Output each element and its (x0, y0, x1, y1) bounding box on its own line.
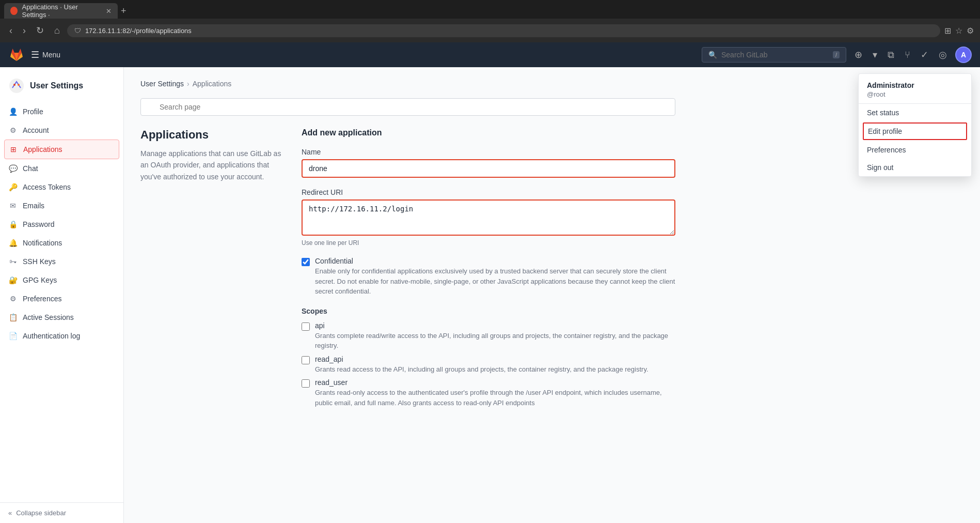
code-review-icon[interactable]: ⧉ (886, 48, 896, 63)
sidebar-item-access-tokens[interactable]: 🔑 Access Tokens (0, 178, 123, 196)
back-button[interactable]: ‹ (6, 23, 15, 38)
new-tab-button[interactable]: + (121, 6, 127, 17)
name-label: Name (302, 148, 675, 156)
sidebar-header: User Settings (0, 67, 123, 100)
sidebar-item-label: Notifications (23, 239, 62, 247)
scope-read-user-checkbox[interactable] (302, 379, 310, 388)
issues-icon[interactable]: ✓ (919, 47, 930, 63)
redirect-uri-input[interactable]: http://172.16.11.2/login (302, 199, 675, 236)
sidebar-item-label: Active Sessions (23, 313, 74, 321)
sidebar-item-ssh-keys[interactable]: 🗝 SSH Keys (0, 252, 123, 271)
redirect-uri-hint: Use one line per URI (302, 239, 675, 247)
sidebar-item-preferences[interactable]: ⚙ Preferences (0, 289, 123, 308)
scope-read-user-label[interactable]: read_user (315, 378, 347, 387)
menu-toggle[interactable]: ☰ Menu (31, 49, 60, 60)
scopes-group: Scopes api Grants complete read/write ac… (302, 307, 675, 408)
scope-api-desc: Grants complete read/write access to the… (315, 331, 675, 351)
scope-api-checkbox[interactable] (302, 322, 310, 331)
sidebar-item-active-sessions[interactable]: 📋 Active Sessions (0, 308, 123, 327)
search-input[interactable] (721, 51, 829, 59)
form-title: Add new application (302, 128, 675, 137)
user-dropdown-header: Administrator @root (859, 74, 971, 104)
applications-icon: ⊞ (9, 145, 18, 154)
sidebar-item-label: Chat (23, 164, 38, 173)
refresh-button[interactable]: ↻ (33, 23, 47, 38)
breadcrumb-user-settings[interactable]: User Settings (140, 80, 184, 88)
scope-read-api-label[interactable]: read_api (315, 355, 343, 363)
settings-icon[interactable]: ⚙ (967, 26, 974, 36)
sidebar-item-label: Account (23, 126, 49, 134)
sidebar-item-emails[interactable]: ✉ Emails (0, 196, 123, 215)
sidebar-item-label: Access Tokens (23, 183, 71, 191)
sidebar: User Settings 👤 Profile ⚙ Account ⊞ Appl… (0, 67, 124, 523)
redirect-uri-field-group: Redirect URI http://172.16.11.2/login Us… (302, 188, 675, 247)
sign-out-item[interactable]: Sign out (859, 159, 971, 176)
preferences-icon: ⚙ (8, 294, 18, 303)
name-input[interactable] (302, 159, 675, 178)
confidential-checkbox[interactable] (302, 258, 310, 266)
merge-requests-icon[interactable]: ⑂ (903, 48, 912, 63)
scope-read-api-group: read_api Grants read access to the API, … (302, 355, 675, 375)
sidebar-item-chat[interactable]: 💬 Chat (0, 159, 123, 178)
auth-log-icon: 📄 (8, 331, 18, 341)
right-column: Add new application Name Redirect URI ht… (302, 128, 675, 418)
sidebar-item-notifications[interactable]: 🔔 Notifications (0, 234, 123, 252)
page-search: 🔍 (140, 98, 675, 116)
confidential-field-group: Confidential Enable only for confidentia… (302, 257, 675, 297)
sidebar-item-applications[interactable]: ⊞ Applications (4, 140, 119, 159)
home-button[interactable]: ⌂ (51, 23, 63, 38)
tab-favicon (10, 7, 18, 15)
url-text: 172.16.11.1:82/-/profile/applications (85, 27, 192, 35)
extensions-icon[interactable]: ⊞ (944, 26, 951, 36)
sidebar-item-label: Applications (23, 145, 62, 153)
collapse-sidebar-button[interactable]: « Collapse sidebar (8, 509, 115, 517)
set-status-item[interactable]: Set status (859, 104, 971, 121)
global-search[interactable]: 🔍 / (702, 47, 846, 63)
menu-label: Menu (42, 51, 60, 59)
sidebar-nav: 👤 Profile ⚙ Account ⊞ Applications 💬 Cha… (0, 100, 123, 502)
emails-icon: ✉ (8, 201, 18, 210)
password-icon: 🔒 (8, 220, 18, 229)
scopes-title: Scopes (302, 307, 675, 315)
confidential-description: Enable only for confidential application… (315, 266, 675, 297)
sidebar-item-password[interactable]: 🔒 Password (0, 215, 123, 234)
bookmark-icon[interactable]: ☆ (955, 26, 962, 36)
breadcrumb-current: Applications (193, 80, 232, 88)
browser-tab[interactable]: Applications · User Settings · ✕ (4, 3, 118, 19)
gitlab-logo[interactable] (8, 47, 25, 63)
scope-api-label[interactable]: api (315, 321, 325, 330)
user-avatar-button[interactable]: A (955, 47, 972, 63)
access-tokens-icon: 🔑 (8, 182, 18, 192)
tab-close-button[interactable]: ✕ (106, 7, 112, 15)
preferences-item[interactable]: Preferences (859, 141, 971, 159)
user-handle: @root (867, 90, 963, 98)
edit-profile-item[interactable]: Edit profile (863, 122, 967, 140)
scope-read-user-desc: Grants read-only access to the authentic… (315, 388, 675, 408)
sidebar-logo-icon (8, 78, 25, 94)
section-description: Manage applications that can use GitLab … (140, 148, 285, 182)
dropdown-icon[interactable]: ▾ (871, 47, 879, 63)
user-dropdown: Administrator @root Set status Edit prof… (858, 73, 972, 177)
activity-icon[interactable]: ◎ (937, 47, 949, 63)
sidebar-item-label: GPG Keys (23, 276, 57, 284)
gpg-keys-icon: 🔐 (8, 275, 18, 285)
confidential-label[interactable]: Confidential (315, 257, 353, 265)
plus-icon[interactable]: ⊕ (852, 47, 864, 63)
forward-button[interactable]: › (20, 23, 29, 38)
svg-point-1 (13, 84, 15, 86)
page-search-input[interactable] (140, 98, 675, 116)
sidebar-item-profile[interactable]: 👤 Profile (0, 102, 123, 121)
collapse-label: Collapse sidebar (16, 509, 66, 517)
shield-icon: 🛡 (74, 27, 81, 35)
sidebar-title: User Settings (30, 81, 83, 90)
address-bar[interactable]: 🛡 172.16.11.1:82/-/profile/applications (67, 24, 940, 37)
breadcrumb-separator: › (187, 80, 189, 88)
search-shortcut: / (833, 51, 840, 58)
sidebar-item-auth-log[interactable]: 📄 Authentication log (0, 327, 123, 345)
sidebar-item-label: Preferences (23, 295, 61, 303)
scope-read-api-checkbox[interactable] (302, 356, 310, 364)
name-field-group: Name (302, 148, 675, 178)
sidebar-item-account[interactable]: ⚙ Account (0, 121, 123, 140)
sidebar-item-gpg-keys[interactable]: 🔐 GPG Keys (0, 271, 123, 289)
tab-title: Applications · User Settings · (22, 3, 100, 19)
